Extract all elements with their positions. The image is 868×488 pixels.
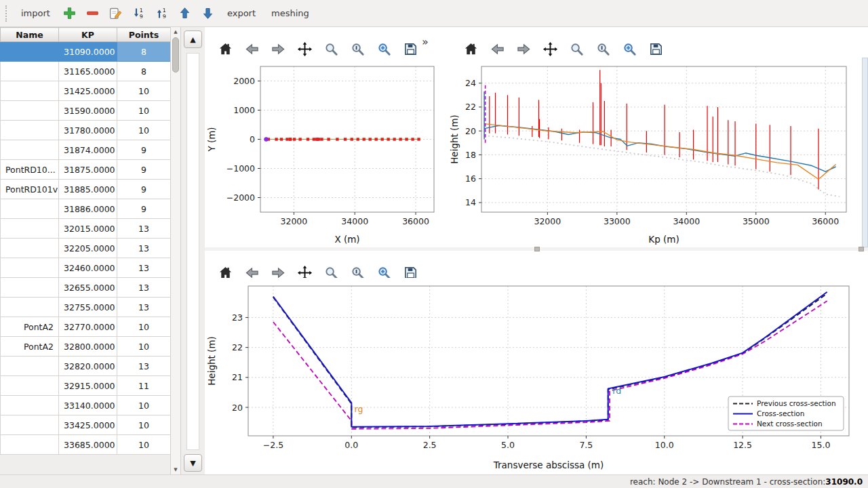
edit-button[interactable]	[105, 3, 126, 24]
cell-name	[1, 62, 59, 81]
plan-view-chart[interactable]: 320003400036000−2000−1000010002000X (m)Y…	[205, 57, 445, 247]
save-button[interactable]	[638, 31, 658, 52]
cell-kp: 31090.0000	[59, 42, 117, 62]
svg-text:Next cross-section: Next cross-section	[757, 420, 823, 428]
table-scrollbar[interactable]: ▲ ▼	[170, 27, 181, 474]
cell-kp: 32460.0000	[59, 258, 117, 278]
save-button[interactable]	[393, 255, 413, 275]
scroll-up-arrow-icon[interactable]: ▲	[171, 28, 180, 35]
table-scrollbar-thumb[interactable]	[172, 37, 179, 73]
table-row[interactable]: 31425.000010	[1, 81, 171, 101]
zoom-sel-button[interactable]	[612, 31, 632, 52]
cross-section-chart[interactable]: −2.50.02.55.07.510.012.515.020212223Tran…	[205, 278, 865, 473]
section-down-button[interactable]: ▼	[184, 454, 202, 472]
table-row[interactable]: 31874.00009	[1, 140, 171, 160]
sort-asc-button[interactable]: 19	[151, 3, 172, 24]
forward-button[interactable]	[260, 31, 281, 52]
cell-name: PontRD101v	[1, 180, 59, 199]
cell-kp: 31886.0000	[59, 199, 117, 219]
cell-kp: 32915.0000	[59, 376, 117, 396]
back-button[interactable]	[234, 31, 254, 52]
splitter-handle[interactable]	[534, 247, 540, 251]
profile-scrollbar[interactable]	[862, 58, 868, 247]
pan-button[interactable]	[287, 31, 307, 52]
splitter-handle[interactable]	[859, 247, 864, 251]
remove-icon	[85, 6, 100, 20]
table-row[interactable]: 32915.000011	[1, 376, 171, 396]
zoom-button[interactable]	[313, 255, 334, 275]
column-header-kp[interactable]: KP	[59, 28, 117, 42]
zoom-mark-button[interactable]	[340, 31, 360, 52]
svg-text:9: 9	[140, 14, 143, 20]
table-row[interactable]: 33140.000010	[1, 396, 171, 415]
move-up-button[interactable]	[174, 3, 195, 24]
table-row[interactable]: PontA232770.000010	[1, 317, 171, 337]
add-button[interactable]	[59, 3, 80, 24]
svg-text:34000: 34000	[341, 216, 368, 226]
cell-points: 13	[117, 258, 171, 278]
home-button[interactable]	[453, 31, 473, 52]
table-row[interactable]: PontRD10...31875.00009	[1, 160, 171, 180]
up-triangle-icon: ▲	[190, 35, 195, 44]
section-up-button[interactable]: ▲	[184, 30, 202, 48]
move-down-button[interactable]	[197, 3, 218, 24]
svg-text:Height (m): Height (m)	[206, 336, 217, 386]
home-button[interactable]	[208, 255, 228, 275]
toolbar-grip[interactable]	[5, 5, 9, 22]
table-row[interactable]: 31090.00008	[1, 42, 171, 62]
cell-points: 10	[117, 435, 171, 455]
table-row[interactable]: 32205.000013	[1, 239, 171, 258]
cell-points: 13	[117, 239, 171, 258]
remove-button[interactable]	[82, 3, 103, 24]
scroll-down-arrow-icon[interactable]: ▼	[171, 466, 180, 473]
table-row[interactable]: 31780.000010	[1, 121, 171, 140]
column-header-points[interactable]: Points	[117, 28, 171, 42]
table-row[interactable]: 31886.00009	[1, 199, 171, 219]
save-button[interactable]	[393, 31, 413, 52]
svg-text:32000: 32000	[534, 216, 561, 226]
table-row[interactable]: 32460.000013	[1, 258, 171, 278]
menu-import[interactable]: import	[14, 4, 57, 22]
zoom-sel-button[interactable]	[366, 255, 387, 275]
move-down-icon	[201, 6, 215, 20]
zoom-button[interactable]	[559, 31, 579, 52]
cell-name	[1, 415, 59, 435]
sort-desc-button[interactable]: 19	[128, 3, 149, 24]
toolbar-overflow[interactable]: »	[422, 35, 429, 48]
menu-export[interactable]: export	[220, 4, 262, 22]
table-row[interactable]: 32820.000013	[1, 357, 171, 376]
zoom-mark-button[interactable]	[585, 31, 606, 52]
home-button[interactable]	[208, 31, 228, 52]
table-row[interactable]: 31165.00008	[1, 62, 171, 81]
table-row[interactable]: 33425.000010	[1, 415, 171, 435]
pan-button[interactable]	[287, 255, 307, 275]
menu-meshing[interactable]: meshing	[264, 4, 316, 22]
svg-text:rg: rg	[355, 404, 363, 414]
sort-desc-icon: 19	[132, 6, 146, 20]
back-button[interactable]	[234, 255, 254, 275]
svg-text:Kp (m): Kp (m)	[648, 234, 679, 245]
zoom-mark-button[interactable]	[340, 255, 360, 275]
table-row[interactable]: 31590.000010	[1, 101, 171, 121]
pan-button[interactable]	[532, 31, 553, 52]
table-row[interactable]: PontA232800.000010	[1, 337, 171, 357]
cell-kp: 31590.0000	[59, 101, 117, 121]
cell-name	[1, 298, 59, 317]
cell-kp: 31165.0000	[59, 62, 117, 81]
svg-text:20: 20	[232, 403, 243, 413]
table-row[interactable]: 32755.000013	[1, 298, 171, 317]
section-nav-track[interactable]	[186, 53, 199, 450]
zoom-sel-button[interactable]	[366, 31, 387, 52]
plot-toolbar-plan: »	[208, 28, 429, 54]
table-row[interactable]: 32015.000013	[1, 219, 171, 239]
table-row[interactable]: 33685.000010	[1, 435, 171, 455]
table-row[interactable]: PontRD101v31885.00009	[1, 180, 171, 199]
forward-button[interactable]	[506, 31, 526, 52]
back-button[interactable]	[479, 31, 500, 52]
profile-chart[interactable]: 3200033000340003500036000141618202224Kp …	[448, 57, 861, 247]
column-header-name[interactable]: Name	[1, 28, 59, 42]
svg-text:2.5: 2.5	[423, 440, 437, 450]
forward-button[interactable]	[260, 255, 281, 275]
zoom-button[interactable]	[313, 31, 334, 52]
table-row[interactable]: 32655.000013	[1, 278, 171, 298]
